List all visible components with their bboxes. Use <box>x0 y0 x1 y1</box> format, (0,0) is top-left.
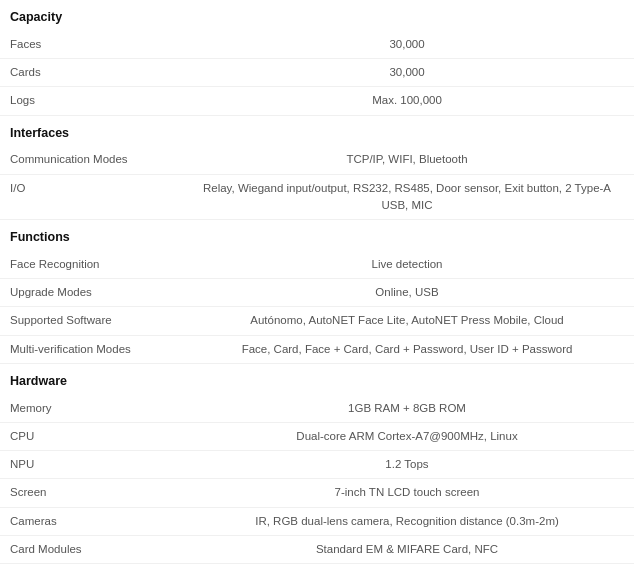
section-title: Hardware <box>0 363 634 394</box>
table-row: Card ModulesStandard EM & MIFARE Card, N… <box>0 535 634 563</box>
section-title: Functions <box>0 220 634 251</box>
row-value: 7-inch TN LCD touch screen <box>180 479 634 507</box>
table-row: LogsMax. 100,000 <box>0 87 634 115</box>
table-row: CPUDual-core ARM Cortex-A7@900MHz, Linux <box>0 422 634 450</box>
row-value: 30,000 <box>180 59 634 87</box>
table-row: CamerasIR, RGB dual-lens camera, Recogni… <box>0 507 634 535</box>
section-title: Capacity <box>0 0 634 31</box>
table-row: Supported SoftwareAutónomo, AutoNET Face… <box>0 307 634 335</box>
row-label: CPU <box>0 422 180 450</box>
row-label: Face Recognition <box>0 251 180 279</box>
section-header: Interfaces <box>0 115 634 146</box>
section-header: Capacity <box>0 0 634 31</box>
section-title: General <box>0 564 634 571</box>
table-row: I/ORelay, Wiegand input/output, RS232, R… <box>0 174 634 220</box>
row-label: Faces <box>0 31 180 59</box>
table-row: Communication ModesTCP/IP, WIFI, Bluetoo… <box>0 146 634 174</box>
row-label: Logs <box>0 87 180 115</box>
row-value: Online, USB <box>180 279 634 307</box>
row-value: Max. 100,000 <box>180 87 634 115</box>
table-row: Faces30,000 <box>0 31 634 59</box>
row-value: Standard EM & MIFARE Card, NFC <box>180 535 634 563</box>
table-row: Cards30,000 <box>0 59 634 87</box>
row-value: Dual-core ARM Cortex-A7@900MHz, Linux <box>180 422 634 450</box>
table-row: Upgrade ModesOnline, USB <box>0 279 634 307</box>
table-row: Memory1GB RAM + 8GB ROM <box>0 395 634 423</box>
row-label: Communication Modes <box>0 146 180 174</box>
row-label: Cards <box>0 59 180 87</box>
row-value: Relay, Wiegand input/output, RS232, RS48… <box>180 174 634 220</box>
row-value: TCP/IP, WIFI, Bluetooth <box>180 146 634 174</box>
row-value: 1.2 Tops <box>180 451 634 479</box>
row-label: Multi-verification Modes <box>0 335 180 363</box>
row-value: 30,000 <box>180 31 634 59</box>
table-row: NPU1.2 Tops <box>0 451 634 479</box>
row-label: Supported Software <box>0 307 180 335</box>
row-label: Memory <box>0 395 180 423</box>
row-value: Face, Card, Face + Card, Card + Password… <box>180 335 634 363</box>
row-label: I/O <box>0 174 180 220</box>
row-label: Upgrade Modes <box>0 279 180 307</box>
row-value: Live detection <box>180 251 634 279</box>
row-value: 1GB RAM + 8GB ROM <box>180 395 634 423</box>
table-row: Face RecognitionLive detection <box>0 251 634 279</box>
row-label: NPU <box>0 451 180 479</box>
spec-table: CapacityFaces30,000Cards30,000LogsMax. 1… <box>0 0 634 570</box>
row-value: IR, RGB dual-lens camera, Recognition di… <box>180 507 634 535</box>
row-label: Cameras <box>0 507 180 535</box>
row-value: Autónomo, AutoNET Face Lite, AutoNET Pre… <box>180 307 634 335</box>
section-header: Hardware <box>0 363 634 394</box>
section-header: General <box>0 564 634 571</box>
section-title: Interfaces <box>0 115 634 146</box>
table-row: Multi-verification ModesFace, Card, Face… <box>0 335 634 363</box>
section-header: Functions <box>0 220 634 251</box>
row-label: Card Modules <box>0 535 180 563</box>
table-row: Screen7-inch TN LCD touch screen <box>0 479 634 507</box>
row-label: Screen <box>0 479 180 507</box>
